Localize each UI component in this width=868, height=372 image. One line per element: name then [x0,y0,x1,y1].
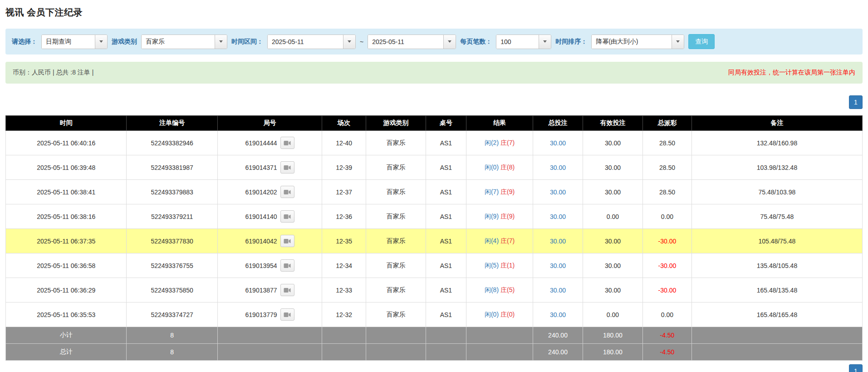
select-type-dropdown-button[interactable] [95,35,107,49]
result-banker: 庄(9) [500,213,515,220]
sort-order-label: 时间排序： [555,38,587,46]
video-camera-icon [284,165,291,170]
summary-cell: -4.50 [643,327,692,344]
total-bet-link[interactable]: 30.00 [550,262,566,269]
total-bet-link[interactable]: 30.00 [550,238,566,245]
date-to-input[interactable] [368,35,443,49]
summary-cell: 8 [127,344,217,361]
cell-time: 2025-05-11 06:36:29 [6,278,127,303]
cell-game-type: 百家乐 [366,303,426,327]
cell-round-id: 619014042 [217,229,322,253]
cell-table-no: AS1 [426,155,466,180]
result-player: 闲(5) [485,262,499,269]
cell-total-bet: 30.00 [533,253,583,278]
cell-result: 闲(5) 庄(1) [466,253,533,278]
game-type-input[interactable] [142,35,215,49]
cell-bet-id: 522493377830 [127,229,217,253]
select-type-combobox [41,35,108,49]
summary-cell: 240.00 [533,327,583,344]
select-type-input[interactable] [42,35,95,49]
game-type-dropdown-button[interactable] [215,35,227,49]
total-bet-link[interactable]: 30.00 [550,287,566,294]
video-camera-icon [284,214,291,219]
cell-round-id: 619014444 [217,131,322,155]
cell-valid-bet: 30.00 [583,131,642,155]
cell-bet-id: 522493379883 [127,180,217,204]
cell-session: 12-32 [322,303,366,327]
total-bet-link[interactable]: 30.00 [550,311,566,318]
search-button[interactable]: 查询 [688,34,715,49]
video-replay-button[interactable] [280,186,294,198]
chevron-down-icon [219,40,223,43]
cell-game-type: 百家乐 [366,229,426,253]
cell-total-bet: 30.00 [533,229,583,253]
cell-session: 12-35 [322,229,366,253]
date-separator: ~ [360,38,363,45]
pagination-top: 1 [5,95,863,109]
cell-total-bet: 30.00 [533,180,583,204]
table-row: 2025-05-11 06:35:53522493374727619013779… [6,303,863,327]
date-from-input[interactable] [268,35,343,49]
page-size-input[interactable] [496,35,539,49]
cell-game-type: 百家乐 [366,180,426,204]
time-range-label: 时间区间： [231,38,263,46]
result-player: 闲(0) [485,311,499,318]
summary-cell [466,344,533,361]
filter-bar: 请选择： 游戏类别 时间区间： ~ 每页笔数： 时间排序： [5,29,863,55]
cell-result: 闲(7) 庄(9) [466,180,533,204]
summary-bar: 币别：人民币 | 总共 :8 注单 | 同局有效投注，统一计算在该局第一张注单内 [5,62,863,84]
sort-order-input[interactable] [592,35,672,49]
total-bet-link[interactable]: 30.00 [550,164,566,171]
summary-cell [691,344,862,361]
date-to-dropdown-button[interactable] [443,35,456,49]
cell-round-id: 619014202 [217,180,322,204]
summary-cell [322,344,366,361]
pagination-page-button[interactable]: 1 [849,364,863,372]
select-type-label: 请选择： [12,38,37,46]
pagination-page-button[interactable]: 1 [849,95,863,109]
video-replay-button[interactable] [280,210,294,223]
column-header: 时间 [6,116,127,131]
cell-valid-bet: 30.00 [583,253,642,278]
cell-session: 12-36 [322,204,366,229]
cell-bet-id: 522493375850 [127,278,217,303]
chevron-down-icon [348,40,351,43]
date-from-dropdown-button[interactable] [343,35,355,49]
result-player: 闲(2) [485,139,499,146]
total-bet-link[interactable]: 30.00 [550,139,566,147]
video-camera-icon [284,288,291,293]
summary-cell [426,344,466,361]
cell-table-no: AS1 [426,131,466,155]
cell-payout: -30.00 [643,229,692,253]
column-header: 总派彩 [643,116,692,131]
video-camera-icon [284,238,291,244]
sort-order-dropdown-button[interactable] [672,35,684,49]
summary-cell [322,327,366,344]
chevron-down-icon [99,40,103,43]
bet-records-table: 时间注单编号局号场次游戏类别桌号结果总投注有效投注总派彩备注 2025-05-1… [5,115,863,361]
page-size-dropdown-button[interactable] [539,35,551,49]
cell-result: 闲(0) 庄(0) [466,303,533,327]
table-row: 2025-05-11 06:38:41522493379883619014202… [6,180,863,204]
summary-cell: 小计 [6,327,127,344]
cell-bet-id: 522493379211 [127,204,217,229]
total-bet-link[interactable]: 30.00 [550,188,566,196]
cell-game-type: 百家乐 [366,155,426,180]
video-replay-button[interactable] [280,137,294,149]
video-replay-button[interactable] [280,235,294,247]
cell-time: 2025-05-11 06:40:16 [6,131,127,155]
result-banker: 庄(9) [500,188,515,195]
pagination-bottom: 1 [5,364,863,372]
cell-payout: 28.50 [643,180,692,204]
total-bet-link[interactable]: 30.00 [550,213,566,220]
cell-result: 闲(8) 庄(5) [466,278,533,303]
video-replay-button[interactable] [280,161,294,174]
column-header: 结果 [466,116,533,131]
cell-valid-bet: 30.00 [583,180,642,204]
result-banker: 庄(7) [500,139,515,146]
cell-payout: -30.00 [643,278,692,303]
video-replay-button[interactable] [280,284,294,296]
video-replay-button[interactable] [280,308,294,321]
column-header: 注单编号 [127,116,217,131]
video-replay-button[interactable] [280,259,294,272]
